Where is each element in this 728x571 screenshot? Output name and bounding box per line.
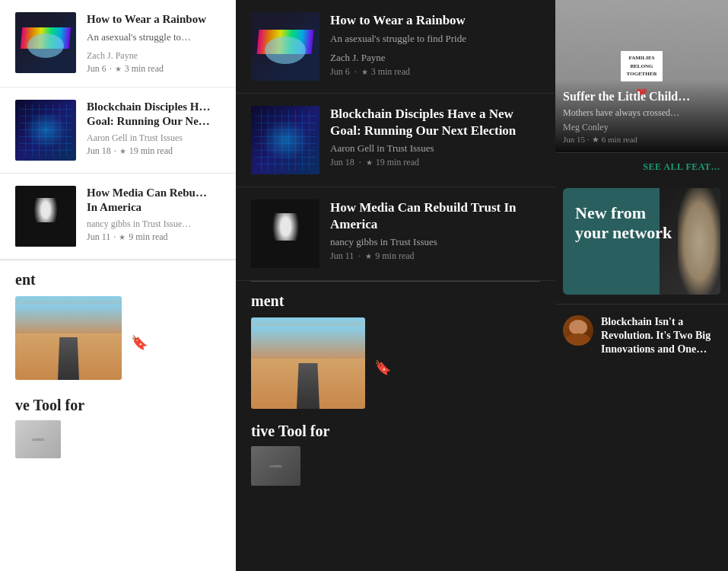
right-top-thumb: FAMILIESBELONGTOGETHER ❤ Suffer the Litt… <box>555 0 728 152</box>
article-meta-blockchain-center: Jun 18 · ★ 19 min read <box>330 157 540 168</box>
bottom-card-label-left: ent <box>15 271 221 289</box>
article-subtitle-rainbow-left: An asexual's struggle to… <box>87 30 221 44</box>
article-title-blockchain-left: Blockchain Disciples H…Goal: Running Our… <box>87 100 221 129</box>
blockchain-author-avatar <box>563 315 593 346</box>
network-box-content: New fromyour network <box>563 188 720 259</box>
bookmark-icon-left[interactable]: 🔖 <box>131 335 148 350</box>
bottom-card-content-left: 🔖 <box>131 296 221 351</box>
see-all-label[interactable]: SEE ALL FEAT… <box>643 161 720 172</box>
bottom-small-images-center: comic <box>251 446 540 486</box>
article-author-media-center: nancy gibbs in Trust Issues <box>330 236 540 248</box>
right-top-meta: Jun 15 · ★ 6 min read <box>563 135 720 145</box>
right-bottom-article[interactable]: Blockchain Isn't a Revolution. It's Two … <box>555 304 728 368</box>
bottom-card-content-center: 🔖 <box>374 317 540 376</box>
article-title-rainbow-center: How to Wear a Rainbow <box>330 12 540 29</box>
right-top-author: Meg Conley <box>563 122 720 133</box>
right-bottom-title: Blockchain Isn't a Revolution. It's Two … <box>601 315 720 357</box>
article-item-blockchain-center[interactable]: Blockchain Disciples Have a New Goal: Ru… <box>236 94 555 187</box>
bottom-card-thumb-left <box>15 296 122 380</box>
right-top-article[interactable]: FAMILIESBELONGTOGETHER ❤ Suffer the Litt… <box>555 0 728 152</box>
article-content-media-left: How Media Can Rebu…In America nancy gibb… <box>87 186 221 243</box>
article-meta-rainbow-center: Jun 6 · ★ 3 min read <box>330 66 540 78</box>
article-content-rainbow-center: How to Wear a Rainbow An asexual's strug… <box>330 12 540 78</box>
article-author-blockchain-center: Aaron Gell in Trust Issues <box>330 142 540 155</box>
article-meta-rainbow-left: Jun 6 · ★ 3 min read <box>87 63 221 75</box>
article-content-rainbow-left: How to Wear a Rainbow An asexual's strug… <box>87 12 221 75</box>
article-author-rainbow-left: Zach J. Payne <box>87 50 221 62</box>
article-content-blockchain-left: Blockchain Disciples H…Goal: Running Our… <box>87 100 221 157</box>
article-item-blockchain-left[interactable]: Blockchain Disciples H…Goal: Running Our… <box>0 88 236 174</box>
article-thumb-rainbow-center <box>251 12 319 81</box>
article-meta-blockchain-left: Jun 18 · ★ 19 min read <box>87 145 221 157</box>
bottom-small-images-left: comic <box>15 420 221 458</box>
star-icon: ★ <box>115 65 122 73</box>
article-thumb-media-center <box>251 199 319 268</box>
article-title-media-center: How Media Can Rebuild Trust In America <box>330 199 540 233</box>
left-panel: How to Wear a Rainbow An asexual's strug… <box>0 0 236 571</box>
tive-tool-label-left: ve Tool for comic <box>0 397 236 458</box>
article-author-blockchain-left: Aaron Gell in Trust Issues <box>87 132 221 144</box>
article-item-media-center[interactable]: How Media Can Rebuild Trust In America n… <box>236 187 555 281</box>
bookmark-area-left[interactable]: 🔖 <box>131 334 221 351</box>
small-img-1-center: comic <box>251 446 300 486</box>
bookmark-icon-center[interactable]: 🔖 <box>374 360 391 375</box>
bookmark-area-center[interactable]: 🔖 <box>374 359 540 376</box>
article-author-media-left: nancy gibbs in Trust Issue… <box>87 219 221 230</box>
article-author-rainbow-center: Zach J. Payne <box>330 52 540 64</box>
bottom-card-label-center: ment <box>251 292 540 310</box>
right-panel: FAMILIESBELONGTOGETHER ❤ Suffer the Litt… <box>555 0 728 571</box>
right-top-overlay: Suffer the Little Child… Mothers have al… <box>555 80 728 152</box>
article-title-blockchain-center: Blockchain Disciples Have a New Goal: Ru… <box>330 106 540 139</box>
families-sign: FAMILIESBELONGTOGETHER <box>621 51 663 81</box>
article-thumb-blockchain-center <box>251 106 319 174</box>
article-title-rainbow-left: How to Wear a Rainbow <box>87 12 221 27</box>
article-title-media-left: How Media Can Rebu…In America <box>87 186 221 215</box>
article-item-media-left[interactable]: How Media Can Rebu…In America nancy gibb… <box>0 174 236 260</box>
right-top-subtitle: Mothers have always crossed… <box>563 107 720 119</box>
star-icon-3: ★ <box>119 233 126 241</box>
network-box-title: New fromyour network <box>575 203 708 244</box>
article-content-media-center: How Media Can Rebuild Trust In America n… <box>330 199 540 262</box>
bottom-card-thumb-center <box>251 317 365 409</box>
bottom-card-left: ent 🔖 <box>0 260 236 391</box>
tive-tool-label-center: tive Tool for comic <box>236 423 555 486</box>
center-panel: How to Wear a Rainbow An asexual's strug… <box>236 0 555 571</box>
star-icon-c3: ★ <box>365 252 372 260</box>
article-thumb-rainbow-left <box>15 12 76 73</box>
network-box: New fromyour network <box>563 188 720 295</box>
star-icon-c1: ★ <box>361 68 368 76</box>
article-thumb-blockchain-left <box>15 100 76 161</box>
article-item-rainbow-left[interactable]: How to Wear a Rainbow An asexual's strug… <box>0 0 236 88</box>
small-img-1-left: comic <box>15 420 61 458</box>
right-bottom-content: Blockchain Isn't a Revolution. It's Two … <box>601 315 720 357</box>
article-subtitle-rainbow-center: An asexual's struggle to find Pride <box>330 32 540 46</box>
star-icon-c2: ★ <box>366 158 373 167</box>
article-item-rainbow-center[interactable]: How to Wear a Rainbow An asexual's strug… <box>236 0 555 94</box>
bottom-center: ment 🔖 <box>236 282 555 419</box>
see-all-button[interactable]: SEE ALL FEAT… <box>555 152 728 179</box>
article-thumb-media-left <box>15 186 76 247</box>
article-content-blockchain-center: Blockchain Disciples Have a New Goal: Ru… <box>330 106 540 168</box>
star-icon-2: ★ <box>119 147 126 155</box>
article-meta-media-center: Jun 11 · ★ 9 min read <box>330 250 540 262</box>
article-meta-media-left: Jun 11 · ★ 9 min read <box>87 231 221 243</box>
right-top-title: Suffer the Little Child… <box>563 89 720 105</box>
